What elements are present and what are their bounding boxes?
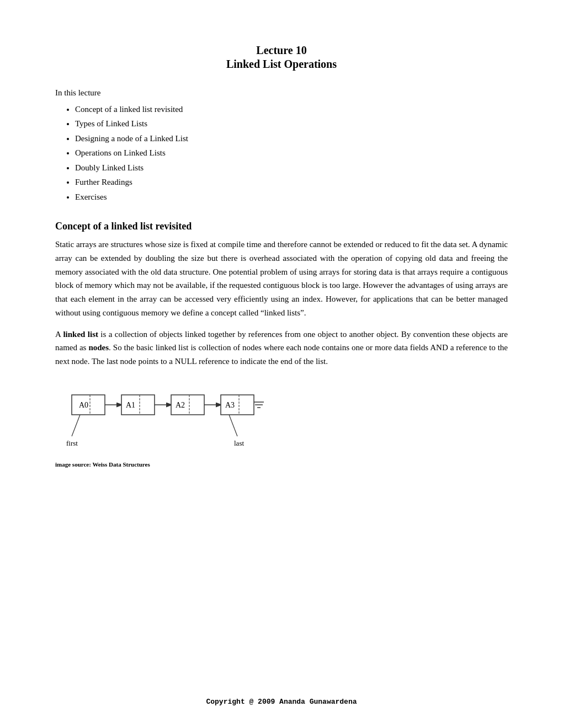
toc-section: In this lecture Concept of a linked list…: [55, 86, 508, 204]
lecture-title: Lecture 10 Linked List Operations: [55, 44, 508, 71]
svg-line-18: [72, 415, 80, 436]
toc-intro: In this lecture: [55, 86, 508, 100]
svg-text:A2: A2: [176, 401, 185, 409]
toc-item-7: Exercises: [75, 190, 508, 205]
svg-text:A3: A3: [225, 401, 235, 409]
para2-start: A: [55, 330, 63, 339]
diagram-svg: A0 A1 A2 A3: [66, 384, 353, 458]
section1-heading: Concept of a linked list revisited: [55, 221, 508, 232]
svg-text:A1: A1: [126, 401, 135, 409]
svg-text:first: first: [66, 439, 78, 447]
diagram-area: A0 A1 A2 A3: [55, 384, 508, 468]
toc-item-6: Further Readings: [75, 175, 508, 190]
toc-item-2: Types of Linked Lists: [75, 117, 508, 131]
copyright: Copyright @ 2009 Ananda Gunawardena: [0, 698, 563, 706]
section1-para1: Static arrays are structures whose size …: [55, 238, 508, 320]
toc-item-1: Concept of a linked list revisited: [75, 103, 508, 117]
svg-line-20: [229, 415, 237, 436]
linked-list-diagram: A0 A1 A2 A3: [66, 384, 353, 456]
toc-item-3: Designing a node of a Linked List: [75, 132, 508, 146]
lecture-line2: Linked List Operations: [55, 58, 508, 71]
page: Lecture 10 Linked List Operations In thi…: [0, 0, 563, 728]
para2-end: . So the basic linked list is collection…: [55, 343, 508, 366]
para2-bold1: linked list: [63, 330, 98, 339]
image-source-label: image source: Weiss Data Structures: [55, 461, 150, 468]
toc-item-5: Doubly Linked Lists: [75, 161, 508, 175]
toc-item-4: Operations on Linked Lists: [75, 146, 508, 160]
svg-text:A0: A0: [79, 401, 88, 409]
para2-bold2: nodes: [88, 343, 109, 352]
toc-main-list: Concept of a linked list revisited Types…: [75, 103, 508, 205]
section1-para2: A linked list is a collection of objects…: [55, 328, 508, 368]
svg-text:last: last: [234, 439, 244, 447]
lecture-line1: Lecture 10: [55, 44, 508, 57]
